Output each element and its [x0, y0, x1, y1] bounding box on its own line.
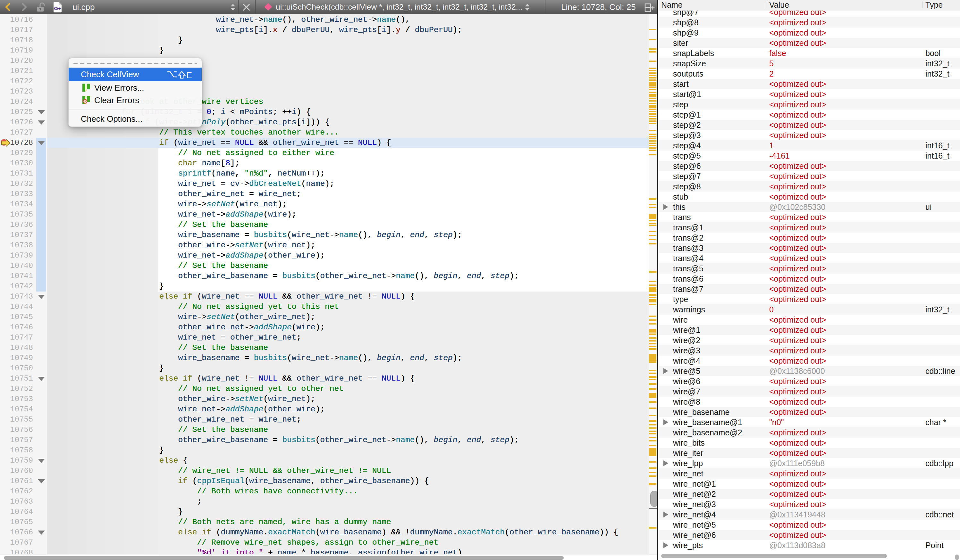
svg-text:E: E	[186, 70, 192, 80]
svg-text:C++: C++	[54, 6, 61, 11]
